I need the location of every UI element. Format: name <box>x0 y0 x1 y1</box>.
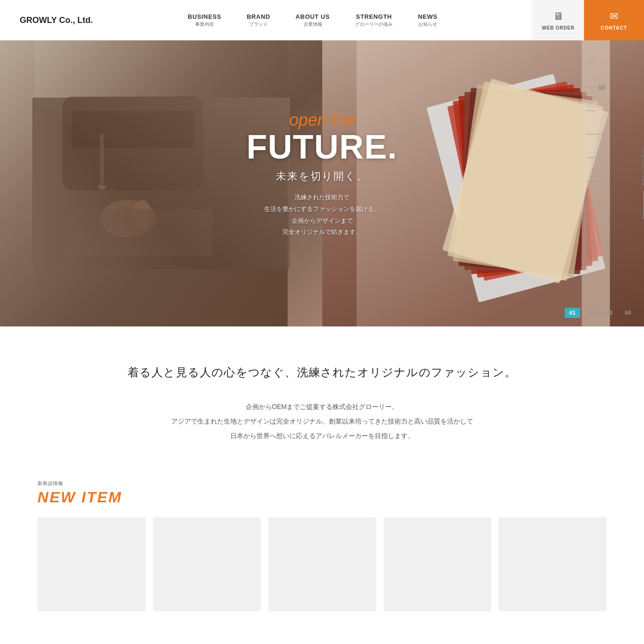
slide-indicators: #1#2#3#4 <box>565 308 636 318</box>
product-card-1[interactable] <box>38 517 145 611</box>
contact-button[interactable]: ✉ CONTACT <box>584 0 644 40</box>
hero-title: FUTURE. <box>246 130 397 164</box>
header: GROWLY Co., Ltd. BUSINESS事業内容BRANDブランドAB… <box>0 0 644 40</box>
slide-dot-1[interactable]: #1 <box>565 308 580 318</box>
nav-item-business[interactable]: BUSINESS事業内容 <box>177 13 232 28</box>
company-description: 企画からOEMまでご提案する株式会社グローリー。アジアで生まれた生地とデザインは… <box>38 400 606 443</box>
slide-dot-2[interactable]: #2 <box>583 308 599 318</box>
scroll-indicator: SCROLL DOWN <box>641 148 644 219</box>
hero-section: 10 open the FUTURE. 未来を切り開く。 洗練された技術力で生活… <box>0 40 644 326</box>
product-card-4[interactable] <box>384 517 492 611</box>
slide-dot-3[interactable]: #3 <box>601 308 617 318</box>
hero-tagline: open the <box>289 110 355 130</box>
scroll-label: SCROLL DOWN <box>641 148 644 186</box>
product-card-3[interactable] <box>268 517 376 611</box>
main-content: 着る人と見る人の心をつなぐ、洗練されたオリジナルのファッション。 企画からOEM… <box>0 326 644 462</box>
new-item-section: 新商品情報 NEW ITEM <box>0 462 644 625</box>
nav-item-strength[interactable]: STRENGTHグローリーの強み <box>345 13 403 28</box>
mail-icon: ✉ <box>610 10 618 23</box>
web-order-label: WEB ORDER <box>542 25 574 30</box>
new-item-title: NEW ITEM <box>38 489 606 506</box>
monitor-icon: 🖥 <box>553 10 563 23</box>
hero-content: open the FUTURE. 未来を切り開く。 洗練された技術力で生活を豊か… <box>0 40 644 326</box>
company-tagline: 着る人と見る人の心をつなぐ、洗練されたオリジナルのファッション。 <box>38 364 606 381</box>
contact-label: CONTACT <box>601 25 628 30</box>
product-grid <box>38 517 606 611</box>
hero-subtitle: 未来を切り開く。 <box>276 169 368 183</box>
main-nav: BUSINESS事業内容BRANDブランドABOUT US企業情報STRENGT… <box>93 13 532 28</box>
new-item-label: 新商品情報 <box>38 480 606 487</box>
logo[interactable]: GROWLY Co., Ltd. <box>0 15 93 25</box>
hero-description: 洗練された技術力で生活を豊かにするファッションを届ける。企画からデザインまで完全… <box>264 192 380 238</box>
nav-item-news[interactable]: NEWSお知らせ <box>408 13 448 28</box>
slide-dot-4[interactable]: #4 <box>620 308 636 318</box>
product-card-5[interactable] <box>499 517 606 611</box>
product-card-2[interactable] <box>153 517 261 611</box>
nav-item-brand[interactable]: BRANDブランド <box>236 13 280 28</box>
web-order-button[interactable]: 🖥 WEB ORDER <box>532 0 584 40</box>
scroll-line <box>644 191 644 219</box>
header-actions: 🖥 WEB ORDER ✉ CONTACT <box>532 0 644 40</box>
nav-item-about-us[interactable]: ABOUT US企業情報 <box>285 13 340 28</box>
